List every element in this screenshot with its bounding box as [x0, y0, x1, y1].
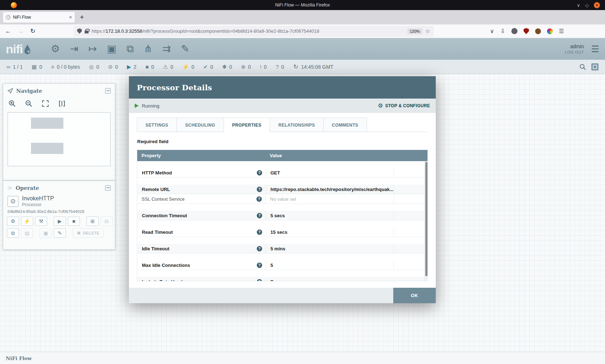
privacy-badger-icon[interactable]	[535, 28, 541, 34]
property-name: Include Date Header	[142, 279, 187, 281]
help-icon[interactable]: ?	[257, 229, 262, 235]
downloads-icon[interactable]: ⇩	[500, 28, 505, 35]
required-field-label: Required field	[137, 139, 428, 144]
property-name: Connection Timeout	[142, 213, 187, 218]
property-row[interactable]: Connection Timeout ? 5 secs	[138, 211, 427, 220]
property-value: No value set	[270, 196, 296, 202]
panel-grid-icon[interactable]	[591, 63, 599, 70]
browser-tab[interactable]: NiFi Flow ×	[3, 12, 75, 23]
help-icon[interactable]: ?	[257, 187, 262, 192]
nifi-global-menu-icon[interactable]: ☰	[591, 44, 599, 54]
property-row[interactable]: Max Idle Connections ? 5	[138, 260, 427, 270]
ungroup-icon[interactable]: ⊟	[100, 217, 113, 226]
back-button[interactable]: ←	[5, 28, 11, 35]
property-row[interactable]: Remote URL ? https://repo.stackable.tech…	[138, 185, 427, 194]
user-name-label: admin	[565, 44, 584, 49]
template-icon[interactable]: ⇉	[162, 44, 171, 54]
window-minimize-button[interactable]: ∨	[577, 3, 580, 8]
status-count: 0	[39, 64, 42, 70]
forward-button[interactable]: →	[18, 28, 24, 35]
reload-button[interactable]: ↻	[30, 27, 35, 35]
dialog-tab[interactable]: COMMENTS	[323, 118, 367, 132]
zoom-in-button[interactable]	[8, 100, 16, 109]
help-icon[interactable]: ?	[257, 246, 262, 251]
global-search-icon[interactable]	[579, 63, 586, 70]
help-icon[interactable]: ?	[257, 213, 262, 218]
table-scrollbar[interactable]	[424, 161, 427, 281]
property-value: 5 secs	[270, 213, 285, 218]
property-row[interactable]: Idle Timeout ? 5 mins	[138, 244, 427, 254]
copy-icon[interactable]: ⧉	[7, 228, 19, 238]
enable-icon[interactable]: ⚡	[21, 217, 33, 226]
help-icon[interactable]: ?	[257, 170, 262, 176]
pocket-icon[interactable]: ∨	[490, 28, 494, 35]
stop-and-configure-button[interactable]: ⚙ STOP & CONFIGURE	[378, 103, 430, 109]
input-port-icon[interactable]: ⇥	[70, 44, 78, 54]
nifi-droplet-icon	[23, 44, 31, 55]
dialog-tab[interactable]: PROPERTIES	[224, 118, 270, 132]
dialog-tab[interactable]: RELATIONSHIPS	[270, 118, 324, 132]
collapse-operate-button[interactable]	[105, 185, 111, 191]
window-close-button[interactable]: ×	[594, 2, 600, 8]
dialog-footer: OK	[129, 288, 436, 303]
window-titlebar: NiFi Flow — Mozilla Firefox ∨ ◇ ×	[0, 0, 605, 10]
window-maximize-button[interactable]: ◇	[585, 3, 589, 8]
minimap[interactable]	[8, 112, 111, 166]
property-row[interactable]: Read Timeout ? 15 secs	[138, 227, 427, 237]
brush-icon[interactable]: ✎	[54, 228, 66, 238]
dialog-tab[interactable]: SETTINGS	[137, 118, 177, 132]
account-icon[interactable]	[511, 28, 517, 34]
process-group-icon[interactable]: ▣	[107, 44, 116, 54]
ok-button[interactable]: OK	[393, 288, 436, 303]
zoom-fit-button[interactable]	[41, 100, 49, 109]
status-items: ∞ 1 / 1 ▦ 0 ≡ 0 / 0 bytes ◎ 0 ⊘ 0 ▶ 2 ■ …	[6, 64, 284, 70]
help-icon[interactable]: ?	[256, 196, 262, 202]
funnel-icon[interactable]: ⋔	[144, 44, 152, 54]
status-count: 2	[134, 64, 136, 70]
property-row[interactable]: SSL Context Service ? No value set	[137, 194, 427, 204]
remote-process-group-icon[interactable]: ⧉	[127, 44, 134, 54]
operate-panel: ☞ Operate ⚙ InvokeHTTP Processor 04b8fd1…	[3, 181, 115, 250]
lock-icon[interactable]	[85, 31, 89, 33]
paste-icon[interactable]: ▤	[21, 228, 33, 238]
property-row[interactable]: Include Date Header ? True	[138, 277, 427, 281]
help-icon[interactable]: ?	[257, 263, 262, 268]
zoom-out-button[interactable]	[25, 100, 33, 109]
help-icon[interactable]: ?	[257, 279, 262, 281]
ublock-shield-icon[interactable]	[524, 28, 529, 34]
color-icon[interactable]: ▣	[40, 228, 52, 238]
property-name: Read Timeout	[142, 229, 173, 235]
tracking-shield-icon[interactable]	[77, 28, 82, 34]
up-to-date-icon: ✔	[203, 64, 208, 69]
access-policies-icon[interactable]: ⚒	[35, 217, 47, 226]
status-count: 1 / 1	[13, 64, 23, 70]
processor-icon[interactable]: ⚙	[51, 44, 60, 54]
property-value: 5 mins	[270, 246, 285, 251]
bookmark-star-button[interactable]: ☆	[425, 28, 430, 35]
scrollbar-thumb[interactable]	[425, 162, 427, 276]
urlbar[interactable]: https://172.18.0.3:32558/nifi/?processGr…	[73, 26, 434, 37]
output-port-icon[interactable]: ↦	[89, 44, 97, 54]
configure-icon[interactable]: ⚙	[7, 217, 19, 226]
zoom-level-badge[interactable]: 120%	[407, 28, 422, 34]
dialog-tab[interactable]: SCHEDULING	[176, 118, 224, 132]
nifi-logo-text: nifi	[6, 43, 23, 55]
collapse-navigate-button[interactable]	[105, 88, 111, 94]
start-icon[interactable]: ▶	[54, 217, 66, 226]
status-item: ✱ 0	[222, 64, 232, 70]
label-icon[interactable]: ✎	[181, 44, 189, 54]
tab-close-button[interactable]: ×	[69, 14, 72, 20]
breadcrumb-root-link[interactable]: NiFi Flow	[6, 355, 32, 361]
delete-icon[interactable]: ✖DELETE	[73, 228, 103, 238]
pinwheel-extension-icon[interactable]	[547, 28, 553, 34]
zoom-actual-button[interactable]	[58, 100, 66, 109]
property-row[interactable]: HTTP Method ? GET	[138, 168, 427, 178]
logout-button[interactable]: LOG OUT	[565, 50, 584, 54]
new-tab-button[interactable]: +	[80, 13, 84, 21]
app-menu-icon[interactable]: ☰	[559, 28, 564, 35]
url-path: /nifi/?processGroupId=root&componentIds=…	[142, 28, 319, 34]
status-item: ▶ 2	[127, 64, 136, 70]
stop-icon[interactable]: ■	[68, 217, 80, 226]
refresh-icon[interactable]: ↻	[293, 63, 298, 70]
group-icon[interactable]: ⊞	[86, 217, 99, 226]
